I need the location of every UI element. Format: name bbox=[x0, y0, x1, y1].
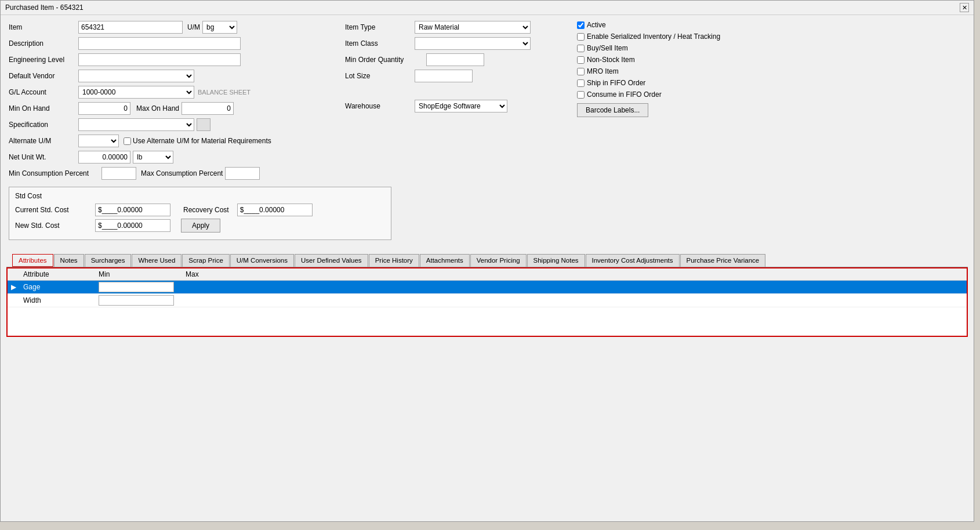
lot-size-input[interactable] bbox=[415, 70, 473, 82]
three-col-layout: Item U/M bg Description Engineering Leve… bbox=[9, 21, 966, 183]
apply-button[interactable]: Apply bbox=[181, 219, 220, 233]
tab-notes[interactable]: Notes bbox=[54, 254, 84, 267]
row-min-width bbox=[95, 294, 182, 307]
item-class-row: Item Class bbox=[345, 37, 565, 50]
row-arrow-selected: ▶ bbox=[8, 281, 20, 294]
title-bar: Purchased Item - 654321 ✕ bbox=[1, 1, 974, 15]
item-label: Item bbox=[9, 23, 78, 31]
specification-button[interactable] bbox=[197, 118, 210, 131]
tab-price-history[interactable]: Price History bbox=[369, 254, 419, 267]
enable-serial-label: Enable Serialized Inventory / Heat Track… bbox=[587, 32, 720, 41]
barcode-labels-button[interactable]: Barcode Labels... bbox=[577, 103, 648, 117]
tab-purchase-price[interactable]: Purchase Price Variance bbox=[680, 254, 766, 267]
current-std-cost-row: Current Std. Cost Recovery Cost bbox=[15, 204, 385, 216]
specification-row: Specification bbox=[9, 118, 333, 131]
max-on-hand-input[interactable] bbox=[182, 102, 234, 115]
enable-serial-checkbox[interactable] bbox=[577, 33, 585, 41]
row-min-gage bbox=[95, 281, 182, 294]
ship-fifo-row: Ship in FIFO Order bbox=[577, 79, 966, 87]
active-row: Active bbox=[577, 21, 966, 29]
form-area: Item U/M bg Description Engineering Leve… bbox=[1, 15, 974, 246]
gage-max-input[interactable] bbox=[186, 282, 948, 292]
min-order-qty-label: Min Order Quantity bbox=[345, 56, 426, 64]
table-row: Width bbox=[8, 294, 967, 307]
consume-fifo-checkbox[interactable] bbox=[577, 91, 585, 99]
recovery-cost-label: Recovery Cost bbox=[183, 206, 229, 214]
min-on-hand-label: Min On Hand bbox=[9, 104, 78, 112]
col-arrow bbox=[8, 268, 20, 281]
tab-where-used[interactable]: Where Used bbox=[132, 254, 182, 267]
tab-surcharges[interactable]: Surcharges bbox=[85, 254, 132, 267]
current-std-cost-label: Current Std. Cost bbox=[15, 206, 90, 214]
alternate-um-select[interactable] bbox=[78, 135, 119, 147]
wt-unit-select[interactable]: lb bbox=[133, 151, 173, 164]
new-std-cost-input[interactable] bbox=[95, 219, 170, 232]
non-stock-label: Non-Stock Item bbox=[587, 56, 635, 64]
min-on-hand-input[interactable] bbox=[78, 102, 130, 115]
non-stock-checkbox[interactable] bbox=[577, 56, 585, 64]
mro-checkbox[interactable] bbox=[577, 68, 585, 75]
tab-um-conversions[interactable]: U/M Conversions bbox=[230, 254, 294, 267]
um-label: U/M bbox=[187, 23, 200, 31]
net-unit-wt-label: Net Unit Wt. bbox=[9, 153, 78, 161]
middle-column: Item Type Raw Material Item Class Min Or… bbox=[345, 21, 565, 183]
min-max-row: Min On Hand Max On Hand bbox=[9, 102, 333, 115]
specification-label: Specification bbox=[9, 121, 78, 129]
tab-scrap-price[interactable]: Scrap Price bbox=[182, 254, 229, 267]
left-column: Item U/M bg Description Engineering Leve… bbox=[9, 21, 333, 183]
tab-vendor-pricing[interactable]: Vendor Pricing bbox=[470, 254, 527, 267]
buy-sell-checkbox[interactable] bbox=[577, 45, 585, 52]
gage-min-input[interactable] bbox=[99, 282, 174, 292]
item-class-select[interactable] bbox=[415, 37, 531, 50]
ship-fifo-checkbox[interactable] bbox=[577, 79, 585, 87]
gl-account-label: G/L Account bbox=[9, 88, 78, 96]
um-select[interactable]: bg bbox=[202, 21, 237, 34]
min-order-qty-input[interactable] bbox=[426, 53, 484, 66]
max-consumption-label: Max Consumption Percent bbox=[141, 169, 223, 177]
tab-shipping-notes[interactable]: Shipping Notes bbox=[527, 254, 585, 267]
tab-attachments[interactable]: Attachments bbox=[420, 254, 470, 267]
row-max-width bbox=[182, 294, 967, 307]
item-type-row: Item Type Raw Material bbox=[345, 21, 565, 34]
max-consumption-input[interactable] bbox=[225, 167, 260, 180]
col-max-header: Max bbox=[182, 268, 967, 281]
item-input[interactable] bbox=[78, 21, 183, 34]
window-title: Purchased Item - 654321 bbox=[5, 3, 84, 12]
barcode-row: Barcode Labels... bbox=[577, 103, 966, 117]
enable-serial-row: Enable Serialized Inventory / Heat Track… bbox=[577, 32, 966, 41]
consumption-row: Min Consumption Percent Max Consumption … bbox=[9, 167, 333, 180]
non-stock-row: Non-Stock Item bbox=[577, 56, 966, 64]
col-min-header: Min bbox=[95, 268, 182, 281]
recovery-cost-input[interactable] bbox=[237, 204, 313, 216]
item-type-select[interactable]: Raw Material bbox=[415, 21, 531, 34]
alternate-um-label: Alternate U/M bbox=[9, 137, 78, 145]
default-vendor-select[interactable] bbox=[78, 70, 194, 82]
use-alternate-um-checkbox[interactable] bbox=[124, 137, 131, 145]
row-attribute-width: Width bbox=[20, 294, 95, 307]
width-max-input[interactable] bbox=[186, 295, 948, 306]
tabs-bar: Attributes Notes Surcharges Where Used S… bbox=[6, 254, 968, 267]
warehouse-select[interactable]: ShopEdge Software bbox=[415, 100, 507, 112]
description-input[interactable] bbox=[78, 37, 241, 50]
specification-select[interactable] bbox=[78, 118, 194, 131]
min-consumption-input[interactable] bbox=[101, 167, 136, 180]
close-button[interactable]: ✕ bbox=[960, 3, 969, 12]
tab-inventory-cost[interactable]: Inventory Cost Adjustments bbox=[586, 254, 680, 267]
consume-fifo-label: Consume in FIFO Order bbox=[587, 90, 662, 99]
tab-user-defined[interactable]: User Defined Values bbox=[295, 254, 368, 267]
gl-account-select[interactable]: 1000-0000 bbox=[78, 86, 194, 99]
active-checkbox[interactable] bbox=[577, 21, 585, 29]
net-unit-wt-input[interactable] bbox=[78, 151, 130, 164]
item-row: Item U/M bg bbox=[9, 21, 333, 34]
current-std-cost-input[interactable] bbox=[95, 204, 170, 216]
tab-attributes[interactable]: Attributes bbox=[12, 254, 53, 267]
gl-account-row: G/L Account 1000-0000 BALANCE SHEET bbox=[9, 86, 333, 99]
engineering-level-input[interactable] bbox=[78, 53, 241, 66]
active-label: Active bbox=[587, 21, 606, 29]
balance-sheet-label: BALANCE SHEET bbox=[198, 89, 251, 96]
engineering-level-label: Engineering Level bbox=[9, 56, 78, 64]
width-min-input[interactable] bbox=[99, 295, 174, 306]
default-vendor-label: Default Vendor bbox=[9, 72, 78, 80]
consume-fifo-row: Consume in FIFO Order bbox=[577, 90, 966, 99]
max-on-hand-label: Max On Hand bbox=[136, 104, 179, 112]
